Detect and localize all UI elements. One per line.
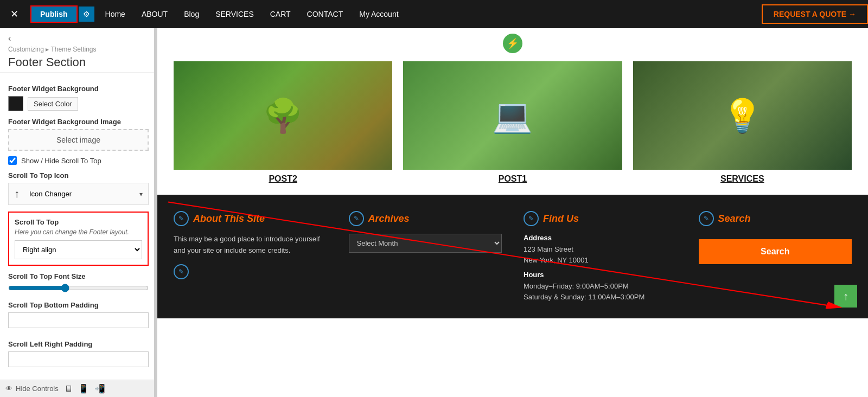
- address-line1: 123 Main Street: [524, 244, 677, 255]
- archives-select[interactable]: Select Month: [349, 234, 502, 253]
- breadcrumb: Customizing ▸ Theme Settings: [8, 46, 149, 53]
- search-edit-icon[interactable]: ✎: [699, 211, 714, 226]
- sidebar-bottom-bar: 👁 Hide Controls 🖥 📱 📲: [0, 380, 157, 397]
- preview-area: ⚡ 🌳 POST2 💻 POST1 💡 SERVICES: [157, 28, 868, 397]
- publish-button[interactable]: Publish: [30, 5, 78, 23]
- show-hide-scroll-row: Show / Hide Scroll To Top: [8, 156, 149, 165]
- find-us-title-row: ✎ Find Us: [524, 211, 677, 226]
- hide-controls-button[interactable]: 👁 Hide Controls: [5, 385, 59, 393]
- scroll-to-top-icon-label: Scroll To Top Icon: [8, 171, 149, 180]
- scroll-to-top-button[interactable]: ↑: [834, 285, 857, 308]
- sidebar: ‹ Customizing ▸ Theme Settings Footer Se…: [0, 28, 157, 397]
- about-edit-icon[interactable]: ✎: [174, 211, 189, 226]
- post-title-3[interactable]: SERVICES: [720, 174, 764, 184]
- main-layout: ‹ Customizing ▸ Theme Settings Footer Se…: [0, 28, 868, 397]
- hours-label: Hours: [524, 271, 677, 279]
- sidebar-title: Footer Section: [8, 55, 149, 69]
- lightning-area: ⚡: [157, 28, 868, 56]
- nav-cart[interactable]: CART: [270, 10, 291, 18]
- nav-home[interactable]: Home: [105, 10, 125, 18]
- left-right-padding-input[interactable]: [8, 351, 149, 367]
- nav-services[interactable]: SERVICES: [215, 10, 254, 18]
- mobile-icon[interactable]: 📲: [94, 383, 105, 394]
- post-title-2[interactable]: POST1: [499, 174, 527, 184]
- post-image-bulb: 💡: [633, 61, 852, 170]
- bottom-padding-label: Scroll Top Bottom Padding: [8, 301, 149, 309]
- back-arrow-icon: ‹: [8, 34, 11, 43]
- sidebar-content: Footer Widget Background Select Color Fo…: [0, 73, 157, 378]
- scroll-to-top-desc: Here you can change the Footer layout.: [15, 228, 142, 236]
- about-title-row: ✎ About This Site: [174, 211, 327, 226]
- search-heading: Search: [718, 213, 751, 225]
- scroll-to-top-section: Scroll To Top Here you can change the Fo…: [8, 212, 149, 266]
- about-bottom-edit-icon[interactable]: ✎: [174, 264, 189, 279]
- footer-col-archives: ✎ Archives Select Month: [349, 211, 502, 302]
- footer: ✎ About This Site This may be a good pla…: [157, 195, 868, 318]
- search-button[interactable]: Search: [699, 239, 852, 264]
- font-size-slider-row: [8, 284, 149, 294]
- select-image-button[interactable]: Select image: [8, 129, 149, 151]
- lightning-icon: ⚡: [503, 34, 522, 53]
- main-content: ⚡ 🌳 POST2 💻 POST1 💡 SERVICES: [157, 28, 868, 397]
- nav-contact[interactable]: CONTACT: [307, 10, 343, 18]
- post-grid: 🌳 POST2 💻 POST1 💡 SERVICES: [157, 56, 868, 195]
- font-size-label: Scroll To Top Font Size: [8, 272, 149, 280]
- nav-about[interactable]: ABOUT: [142, 10, 168, 18]
- sidebar-header: ‹ Customizing ▸ Theme Settings Footer Se…: [0, 28, 157, 73]
- post-image-tree: 🌳: [174, 61, 392, 170]
- post-card-2: 💻 POST1: [403, 61, 622, 184]
- archives-heading: Archives: [368, 213, 410, 225]
- address-label: Address: [524, 234, 677, 242]
- footer-col-find-us: ✎ Find Us Address 123 Main Street New Yo…: [524, 211, 677, 302]
- address-line2: New York, NY 10001: [524, 255, 677, 266]
- find-us-heading: Find Us: [543, 213, 579, 225]
- desktop-icon[interactable]: 🖥: [64, 384, 73, 394]
- nav-my-account[interactable]: My Account: [359, 10, 398, 18]
- sidebar-back-button[interactable]: ‹: [8, 34, 149, 43]
- eye-icon: 👁: [5, 385, 12, 393]
- hide-controls-label: Hide Controls: [16, 385, 59, 393]
- show-hide-scroll-label: Show / Hide Scroll To Top: [21, 157, 101, 165]
- settings-button[interactable]: ⚙: [79, 7, 94, 22]
- icon-changer-row: ↑ Icon Changer ▾: [8, 183, 149, 205]
- color-swatch[interactable]: [8, 96, 23, 111]
- icon-changer-label: Icon Changer: [25, 188, 134, 200]
- arrow-up-icon: ↑: [14, 188, 20, 200]
- close-button[interactable]: ✕: [0, 0, 28, 28]
- color-picker-row: Select Color: [8, 96, 149, 111]
- hours-weekend: Saturday & Sunday: 11:00AM–3:00PM: [524, 292, 677, 303]
- footer-col-search: ✎ Search Search: [699, 211, 852, 302]
- about-text: This may be a good place to introduce yo…: [174, 234, 327, 257]
- post-image-laptop: 💻: [403, 61, 622, 170]
- footer-widget-bg-label: Footer Widget Background: [8, 85, 149, 93]
- post-card-3: 💡 SERVICES: [633, 61, 852, 184]
- archives-edit-icon[interactable]: ✎: [349, 211, 364, 226]
- sidebar-resize-handle[interactable]: [154, 28, 157, 397]
- nav-blog[interactable]: Blog: [184, 10, 199, 18]
- hours-weekday: Monday–Friday: 9:00AM–5:00PM: [524, 281, 677, 292]
- font-size-slider[interactable]: [8, 284, 149, 292]
- about-heading: About This Site: [193, 213, 265, 225]
- align-select[interactable]: Right align Left align Center align: [15, 240, 142, 259]
- request-quote-button[interactable]: REQUEST A QUOTE →: [762, 4, 868, 24]
- post-card-1: 🌳 POST2: [174, 61, 392, 184]
- search-title-row: ✎ Search: [699, 211, 852, 226]
- chevron-down-icon[interactable]: ▾: [139, 190, 143, 198]
- left-right-padding-label: Scroll Left Right Padding: [8, 340, 149, 348]
- footer-col-about: ✎ About This Site This may be a good pla…: [174, 211, 327, 302]
- scroll-to-top-title: Scroll To Top: [15, 218, 142, 226]
- footer-widget-bg-image-label: Footer Widget Background Image: [8, 118, 149, 126]
- tablet-icon[interactable]: 📱: [78, 383, 89, 394]
- top-bar: ✕ Publish ⚙ Home ABOUT Blog SERVICES CAR…: [0, 0, 868, 28]
- post-title-1[interactable]: POST2: [269, 174, 297, 184]
- archives-title-row: ✎ Archives: [349, 211, 502, 226]
- find-us-edit-icon[interactable]: ✎: [524, 211, 539, 226]
- nav-menu: Home ABOUT Blog SERVICES CART CONTACT My…: [94, 10, 762, 18]
- show-hide-scroll-checkbox[interactable]: [8, 156, 17, 165]
- bottom-padding-input[interactable]: [8, 312, 149, 328]
- select-color-button[interactable]: Select Color: [28, 97, 78, 111]
